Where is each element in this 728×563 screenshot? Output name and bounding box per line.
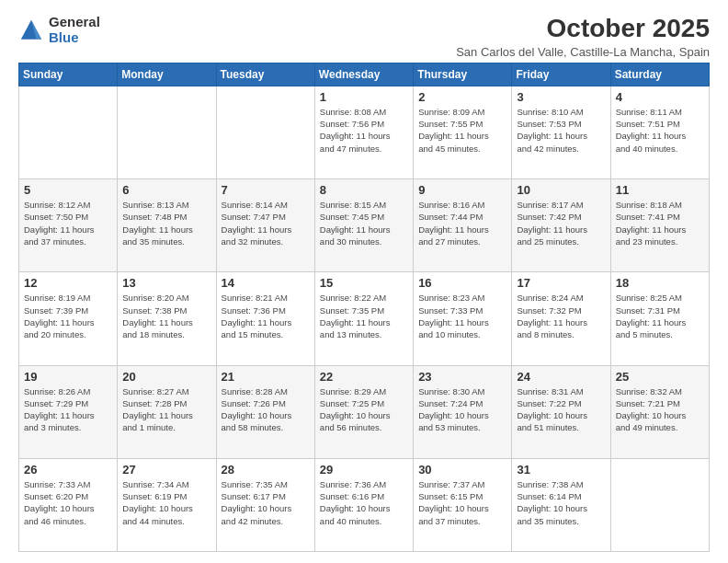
day-info: Sunrise: 8:17 AM Sunset: 7:42 PM Dayligh… xyxy=(517,199,605,247)
day-info: Sunrise: 8:19 AM Sunset: 7:39 PM Dayligh… xyxy=(24,292,112,340)
day-info: Sunrise: 7:35 AM Sunset: 6:17 PM Dayligh… xyxy=(222,478,310,527)
table-row: 16Sunrise: 8:23 AM Sunset: 7:33 PM Dayli… xyxy=(414,272,512,365)
day-number: 19 xyxy=(24,370,112,384)
day-number: 31 xyxy=(517,463,605,477)
day-number: 3 xyxy=(517,90,605,104)
day-number: 14 xyxy=(222,276,310,290)
table-row: 5Sunrise: 8:12 AM Sunset: 7:50 PM Daylig… xyxy=(19,179,118,272)
table-row: 31Sunrise: 7:38 AM Sunset: 6:14 PM Dayli… xyxy=(512,458,610,551)
day-info: Sunrise: 7:33 AM Sunset: 6:20 PM Dayligh… xyxy=(24,478,112,527)
day-info: Sunrise: 7:37 AM Sunset: 6:15 PM Dayligh… xyxy=(418,478,506,527)
table-row xyxy=(216,86,314,178)
day-info: Sunrise: 8:23 AM Sunset: 7:33 PM Dayligh… xyxy=(418,292,506,340)
day-number: 10 xyxy=(517,183,605,197)
day-number: 18 xyxy=(616,276,704,290)
table-row: 1Sunrise: 8:08 AM Sunset: 7:56 PM Daylig… xyxy=(314,86,413,178)
day-number: 28 xyxy=(222,463,310,477)
table-row: 19Sunrise: 8:26 AM Sunset: 7:29 PM Dayli… xyxy=(19,365,118,458)
week-row-4: 26Sunrise: 7:33 AM Sunset: 6:20 PM Dayli… xyxy=(19,458,710,551)
day-info: Sunrise: 8:16 AM Sunset: 7:44 PM Dayligh… xyxy=(418,199,506,247)
day-number: 12 xyxy=(24,276,112,290)
day-number: 22 xyxy=(320,370,408,384)
title-block: October 2025 San Carlos del Valle, Casti… xyxy=(456,15,710,59)
day-info: Sunrise: 8:22 AM Sunset: 7:35 PM Dayligh… xyxy=(320,292,408,340)
table-row: 29Sunrise: 7:36 AM Sunset: 6:16 PM Dayli… xyxy=(314,458,413,551)
day-info: Sunrise: 8:14 AM Sunset: 7:47 PM Dayligh… xyxy=(222,199,310,247)
day-info: Sunrise: 8:20 AM Sunset: 7:38 PM Dayligh… xyxy=(122,292,210,340)
header: General Blue October 2025 San Carlos del… xyxy=(18,15,710,59)
day-info: Sunrise: 8:24 AM Sunset: 7:32 PM Dayligh… xyxy=(517,292,605,340)
day-info: Sunrise: 8:15 AM Sunset: 7:45 PM Dayligh… xyxy=(320,199,408,247)
day-number: 30 xyxy=(418,463,506,477)
table-row: 11Sunrise: 8:18 AM Sunset: 7:41 PM Dayli… xyxy=(610,179,709,272)
day-number: 20 xyxy=(122,370,210,384)
table-row: 2Sunrise: 8:09 AM Sunset: 7:55 PM Daylig… xyxy=(414,86,512,178)
day-info: Sunrise: 8:31 AM Sunset: 7:22 PM Dayligh… xyxy=(517,385,605,434)
table-row: 8Sunrise: 8:15 AM Sunset: 7:45 PM Daylig… xyxy=(314,179,413,272)
day-info: Sunrise: 8:10 AM Sunset: 7:53 PM Dayligh… xyxy=(517,106,605,155)
page: General Blue October 2025 San Carlos del… xyxy=(0,0,728,563)
day-number: 11 xyxy=(616,183,704,197)
table-row: 17Sunrise: 8:24 AM Sunset: 7:32 PM Dayli… xyxy=(512,272,610,365)
calendar-table: Sunday Monday Tuesday Wednesday Thursday… xyxy=(18,63,710,552)
table-row xyxy=(610,458,709,551)
location-subtitle: San Carlos del Valle, Castille-La Mancha… xyxy=(456,45,710,59)
header-wednesday: Wednesday xyxy=(314,63,413,86)
table-row: 4Sunrise: 8:11 AM Sunset: 7:51 PM Daylig… xyxy=(610,86,709,178)
day-number: 1 xyxy=(320,90,408,104)
month-title: October 2025 xyxy=(456,15,710,43)
day-info: Sunrise: 8:25 AM Sunset: 7:31 PM Dayligh… xyxy=(616,292,704,340)
header-saturday: Saturday xyxy=(610,63,709,86)
table-row: 23Sunrise: 8:30 AM Sunset: 7:24 PM Dayli… xyxy=(414,365,512,458)
day-info: Sunrise: 8:26 AM Sunset: 7:29 PM Dayligh… xyxy=(24,385,112,434)
day-info: Sunrise: 7:34 AM Sunset: 6:19 PM Dayligh… xyxy=(122,478,210,527)
day-info: Sunrise: 8:27 AM Sunset: 7:28 PM Dayligh… xyxy=(122,385,210,434)
day-number: 29 xyxy=(320,463,408,477)
header-thursday: Thursday xyxy=(414,63,512,86)
week-row-1: 5Sunrise: 8:12 AM Sunset: 7:50 PM Daylig… xyxy=(19,179,710,272)
table-row: 3Sunrise: 8:10 AM Sunset: 7:53 PM Daylig… xyxy=(512,86,610,178)
day-number: 26 xyxy=(24,463,112,477)
table-row: 13Sunrise: 8:20 AM Sunset: 7:38 PM Dayli… xyxy=(118,272,216,365)
header-tuesday: Tuesday xyxy=(216,63,314,86)
day-number: 2 xyxy=(418,90,506,104)
day-number: 4 xyxy=(616,90,704,104)
week-row-2: 12Sunrise: 8:19 AM Sunset: 7:39 PM Dayli… xyxy=(19,272,710,365)
day-number: 17 xyxy=(517,276,605,290)
day-number: 15 xyxy=(320,276,408,290)
table-row: 28Sunrise: 7:35 AM Sunset: 6:17 PM Dayli… xyxy=(216,458,314,551)
table-row: 26Sunrise: 7:33 AM Sunset: 6:20 PM Dayli… xyxy=(19,458,118,551)
day-number: 16 xyxy=(418,276,506,290)
table-row: 22Sunrise: 8:29 AM Sunset: 7:25 PM Dayli… xyxy=(314,365,413,458)
day-number: 25 xyxy=(616,370,704,384)
table-row: 21Sunrise: 8:28 AM Sunset: 7:26 PM Dayli… xyxy=(216,365,314,458)
day-info: Sunrise: 8:21 AM Sunset: 7:36 PM Dayligh… xyxy=(222,292,310,340)
day-info: Sunrise: 8:11 AM Sunset: 7:51 PM Dayligh… xyxy=(616,106,704,155)
day-number: 27 xyxy=(122,463,210,477)
day-number: 24 xyxy=(517,370,605,384)
day-info: Sunrise: 8:18 AM Sunset: 7:41 PM Dayligh… xyxy=(616,199,704,247)
header-monday: Monday xyxy=(118,63,216,86)
logo-text: General Blue xyxy=(49,15,100,45)
table-row: 27Sunrise: 7:34 AM Sunset: 6:19 PM Dayli… xyxy=(118,458,216,551)
day-info: Sunrise: 7:36 AM Sunset: 6:16 PM Dayligh… xyxy=(320,478,408,527)
day-info: Sunrise: 8:29 AM Sunset: 7:25 PM Dayligh… xyxy=(320,385,408,434)
table-row: 15Sunrise: 8:22 AM Sunset: 7:35 PM Dayli… xyxy=(314,272,413,365)
weekday-header-row: Sunday Monday Tuesday Wednesday Thursday… xyxy=(19,63,710,86)
day-info: Sunrise: 8:09 AM Sunset: 7:55 PM Dayligh… xyxy=(418,106,506,155)
table-row: 18Sunrise: 8:25 AM Sunset: 7:31 PM Dayli… xyxy=(610,272,709,365)
week-row-3: 19Sunrise: 8:26 AM Sunset: 7:29 PM Dayli… xyxy=(19,365,710,458)
day-number: 7 xyxy=(222,183,310,197)
day-info: Sunrise: 8:13 AM Sunset: 7:48 PM Dayligh… xyxy=(122,199,210,247)
day-number: 9 xyxy=(418,183,506,197)
table-row: 24Sunrise: 8:31 AM Sunset: 7:22 PM Dayli… xyxy=(512,365,610,458)
day-info: Sunrise: 8:12 AM Sunset: 7:50 PM Dayligh… xyxy=(24,199,112,247)
day-number: 6 xyxy=(122,183,210,197)
week-row-0: 1Sunrise: 8:08 AM Sunset: 7:56 PM Daylig… xyxy=(19,86,710,178)
header-sunday: Sunday xyxy=(19,63,118,86)
day-info: Sunrise: 8:32 AM Sunset: 7:21 PM Dayligh… xyxy=(616,385,704,434)
table-row: 9Sunrise: 8:16 AM Sunset: 7:44 PM Daylig… xyxy=(414,179,512,272)
day-info: Sunrise: 8:28 AM Sunset: 7:26 PM Dayligh… xyxy=(222,385,310,434)
table-row: 25Sunrise: 8:32 AM Sunset: 7:21 PM Dayli… xyxy=(610,365,709,458)
table-row xyxy=(19,86,118,178)
